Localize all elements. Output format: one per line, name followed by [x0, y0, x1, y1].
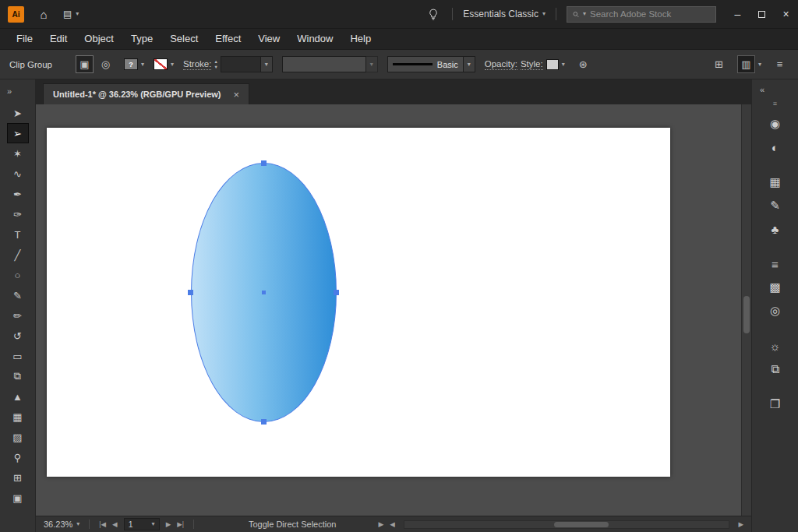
free-transform-tool[interactable]: ▭ [7, 346, 29, 366]
horizontal-scrollbar[interactable] [404, 520, 730, 529]
search-input[interactable] [590, 9, 710, 19]
brushes-panel-icon[interactable]: ✎ [762, 194, 789, 217]
graphic-styles-panel-icon[interactable]: ⧉ [762, 358, 789, 381]
eyedropper-tool[interactable]: ⚲ [7, 447, 29, 467]
workspace-switcher[interactable]: Essentials Classic ▾ [463, 9, 546, 19]
anchor-point-right[interactable] [334, 290, 339, 295]
align-options-icon[interactable]: ⊞ [710, 55, 728, 73]
canvas-pasteboard[interactable] [36, 104, 741, 516]
app-logo[interactable]: Ai [8, 6, 24, 23]
close-button[interactable]: × [774, 0, 798, 28]
zoom-level-select[interactable]: 36.23% ▾ [44, 520, 79, 529]
direct-selection-tool[interactable]: ➢ [7, 123, 29, 143]
graphic-style-swatch[interactable] [546, 59, 559, 70]
menu-item-window[interactable]: Window [288, 29, 341, 49]
magic-wand-tool[interactable]: ✶ [7, 143, 29, 164]
document-tab[interactable]: Untitled-1* @ 36.23% (RGB/GPU Preview) × [43, 83, 249, 104]
menu-item-type[interactable]: Type [122, 29, 161, 49]
toolbar-expand-button[interactable]: » [0, 79, 35, 103]
chevron-down-icon[interactable]: ▾ [562, 62, 565, 68]
tab-close-icon[interactable]: × [234, 89, 240, 100]
horizontal-scrollbar-thumb[interactable] [554, 522, 609, 527]
menu-item-view[interactable]: View [249, 29, 288, 49]
variable-width-profile-select[interactable]: ▾ [282, 56, 378, 72]
maximize-button[interactable] [750, 0, 774, 28]
appearance-panel-icon[interactable]: ☼ [762, 334, 789, 358]
discover-lightbulb-icon[interactable] [425, 5, 442, 23]
stroke-panel-link[interactable]: Stroke: [183, 59, 211, 70]
adobe-stock-search[interactable]: ▾ [567, 6, 716, 23]
menu-item-select[interactable]: Select [161, 29, 207, 49]
stroke-panel-icon[interactable]: ≡ [762, 252, 789, 276]
perspective-grid-tool[interactable]: ▲ [7, 386, 29, 407]
edit-clipping-path-button[interactable]: ▣ [76, 55, 94, 73]
shape-builder-tool[interactable]: ⧉ [7, 366, 29, 386]
fill-color-swatch[interactable]: ? [124, 58, 138, 70]
lasso-tool[interactable]: ∿ [7, 164, 29, 184]
anchor-point-left[interactable] [188, 290, 193, 295]
vertical-scrollbar-thumb[interactable] [743, 296, 750, 333]
gradient-tool[interactable]: ▨ [7, 427, 29, 447]
menu-item-object[interactable]: Object [76, 29, 122, 49]
next-artboard-button[interactable]: ▶ [166, 520, 171, 528]
graphic-style-link[interactable]: Style: [521, 59, 543, 70]
first-artboard-button[interactable]: |◀ [99, 520, 106, 528]
scroll-right-button[interactable]: ▶ [738, 520, 743, 528]
anchor-point-top[interactable] [261, 160, 267, 166]
brush-definition-select[interactable]: Basic ▾ [387, 56, 475, 72]
chevron-down-icon[interactable]: ▾ [758, 62, 761, 68]
chevron-down-icon[interactable]: ▾ [171, 62, 174, 68]
paintbrush-tool[interactable]: ✎ [7, 285, 29, 305]
ellipse-tool[interactable]: ○ [7, 265, 29, 285]
color-panel-icon[interactable]: ◉ [762, 112, 789, 136]
width-profile-dropdown-button[interactable]: ▾ [366, 56, 378, 72]
control-panel-menu-icon[interactable]: ≡ [771, 55, 789, 73]
home-icon[interactable]: ⌂ [35, 5, 52, 23]
artboard-tool[interactable]: ⊞ [7, 467, 29, 488]
center-point[interactable] [262, 291, 266, 294]
status-menu-arrow[interactable]: ▶ [378, 520, 383, 528]
type-tool[interactable]: T [7, 224, 29, 245]
stroke-weight-select[interactable]: ▾ [221, 56, 273, 72]
artboard[interactable] [47, 128, 670, 477]
menu-item-edit[interactable]: Edit [41, 29, 76, 49]
minimize-button[interactable]: – [726, 0, 750, 28]
menu-item-effect[interactable]: Effect [207, 29, 249, 49]
line-segment-tool[interactable]: ╱ [7, 245, 29, 265]
fill-stroke-indicator[interactable]: ▣ [7, 488, 29, 508]
layers-panel-icon[interactable]: ❐ [762, 393, 789, 416]
pencil-tool[interactable]: ✏ [7, 305, 29, 326]
previous-artboard-button[interactable]: ◀ [112, 520, 118, 528]
menu-item-file[interactable]: File [8, 29, 41, 49]
stroke-weight-value[interactable] [221, 56, 261, 72]
dock-options-button[interactable]: ▥ [737, 55, 755, 73]
symbols-panel-icon[interactable]: ♣ [762, 217, 789, 241]
arrange-documents-button[interactable]: ▤ ▾ [63, 9, 79, 19]
expand-panels-button[interactable]: « [752, 79, 764, 100]
opacity-panel-link[interactable]: Opacity: [485, 59, 517, 70]
edit-contents-button[interactable]: ◎ [97, 55, 115, 73]
stroke-color-swatch[interactable] [154, 58, 168, 70]
scroll-left-button[interactable]: ◀ [390, 520, 395, 528]
color-guide-panel-icon[interactable]: ◐ [762, 136, 789, 159]
stroke-weight-stepper[interactable]: ▴ ▾ [214, 59, 217, 70]
artboard-navigation-input[interactable]: 1 ▾ [124, 518, 160, 530]
last-artboard-button[interactable]: ▶| [177, 520, 184, 528]
chevron-down-icon[interactable]: ▾ [141, 62, 144, 68]
swatches-panel-icon[interactable]: ▦ [762, 171, 789, 194]
recolor-artwork-icon[interactable]: ⊛ [574, 55, 592, 73]
pen-tool[interactable]: ✒ [7, 184, 29, 204]
dock-menu-icon[interactable]: ≡ [773, 100, 777, 112]
brush-dropdown-button[interactable]: ▾ [464, 56, 475, 72]
menu-item-help[interactable]: Help [341, 29, 380, 49]
mesh-tool[interactable]: ▦ [7, 407, 29, 427]
anchor-point-bottom[interactable] [261, 419, 267, 425]
selection-tool[interactable]: ➤ [7, 103, 29, 123]
rotate-tool[interactable]: ↺ [7, 326, 29, 346]
gradient-panel-icon[interactable]: ▩ [762, 276, 789, 299]
transparency-panel-icon[interactable]: ◎ [762, 299, 789, 322]
curvature-tool[interactable]: ✑ [7, 204, 29, 224]
stroke-weight-dropdown-button[interactable]: ▾ [261, 56, 273, 72]
stepper-down-icon[interactable]: ▾ [214, 65, 217, 70]
vertical-scrollbar[interactable] [741, 104, 751, 516]
